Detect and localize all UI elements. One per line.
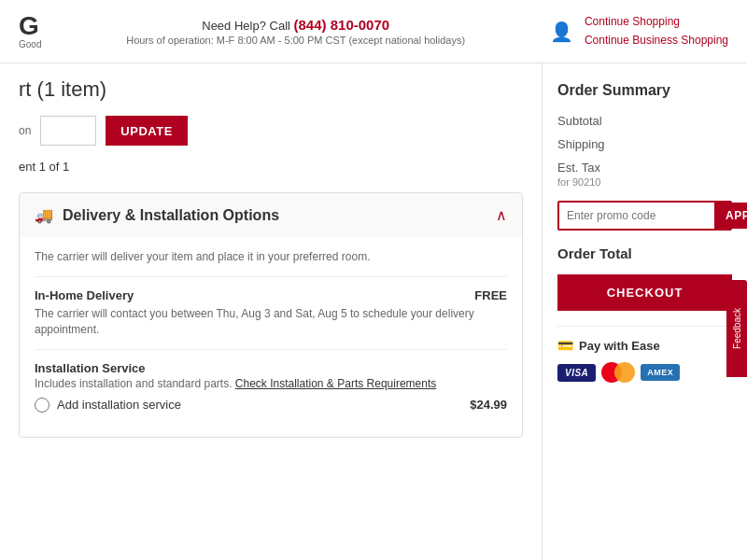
page-content: rt (1 item) on UPDATE ent 1 of 1 🚚 Deliv…	[0, 63, 747, 560]
pay-ease-section: 💳 Pay with Ease VISA AMEX	[557, 326, 732, 383]
quantity-input[interactable]	[40, 116, 96, 146]
header-center: Need Help? Call (844) 810-0070 Hours of …	[41, 17, 549, 46]
delivery-section: 🚚 Delivery & Installation Options ∧ The …	[19, 192, 523, 438]
item-count: ent 1 of 1	[19, 160, 523, 174]
continue-shopping-link[interactable]: Continue Shopping	[585, 13, 728, 31]
feedback-label: Feedback	[732, 308, 742, 349]
right-column: Order Summary Subtotal Shipping Est. Tax…	[542, 63, 747, 560]
help-prefix: Need Help? Call	[202, 19, 293, 33]
delivery-title: Delivery & Installation Options	[63, 207, 279, 224]
add-installation-radio[interactable]	[35, 398, 49, 413]
truck-icon: 🚚	[35, 206, 53, 224]
order-total-title: Order Total	[557, 245, 732, 261]
add-installation-text: Add installation service	[57, 398, 181, 412]
collapse-icon[interactable]: ∧	[496, 206, 507, 224]
user-icon: 👤	[550, 21, 573, 43]
qty-label: on	[19, 124, 31, 137]
delivery-title-row: 🚚 Delivery & Installation Options	[35, 206, 279, 224]
order-summary-title: Order Summary	[557, 82, 732, 99]
add-installation-price: $24.99	[470, 398, 507, 412]
add-installation-label[interactable]: Add installation service	[35, 398, 181, 413]
in-home-header: In-Home Delivery FREE	[35, 288, 507, 302]
update-button[interactable]: UPDATE	[106, 116, 187, 146]
installation-title: Installation Service	[35, 361, 507, 375]
continue-business-link[interactable]: Continue Business Shopping	[585, 32, 728, 49]
checkout-button[interactable]: CHECKOUT	[557, 274, 732, 311]
installation-option: Installation Service Includes installati…	[35, 349, 507, 424]
installation-desc-text: Includes installation and standard parts…	[35, 377, 232, 390]
tax-row: Est. Tax	[557, 161, 732, 175]
mc-circle-orange	[614, 362, 635, 383]
amex-logo: AMEX	[641, 364, 680, 381]
logo-sub: Good	[19, 39, 41, 49]
quantity-row: on UPDATE	[19, 116, 523, 146]
installation-desc: Includes installation and standard parts…	[35, 377, 507, 390]
delivery-description: The carrier will deliver your item and p…	[35, 250, 507, 263]
header: G Good Need Help? Call (844) 810-0070 Ho…	[0, 0, 747, 63]
help-text: Need Help? Call (844) 810-0070	[41, 17, 549, 33]
hours-text: Hours of operation: M-F 8:00 AM - 5:00 P…	[41, 35, 549, 46]
header-right: 👤 Continue Shopping Continue Business Sh…	[550, 13, 728, 49]
pay-ease-label: Pay with Ease	[579, 339, 660, 353]
delivery-header: 🚚 Delivery & Installation Options ∧	[20, 193, 522, 237]
subtotal-row: Subtotal	[557, 114, 732, 128]
promo-row: APPLY	[557, 201, 732, 231]
cart-title: rt (1 item)	[19, 77, 523, 102]
subtotal-label: Subtotal	[557, 114, 602, 128]
in-home-desc: The carrier will contact you between Thu…	[35, 306, 507, 338]
pay-ease-title: 💳 Pay with Ease	[557, 338, 732, 353]
in-home-title: In-Home Delivery	[35, 288, 134, 302]
logo-area: G Good	[19, 13, 41, 49]
feedback-tab[interactable]: Feedback	[726, 280, 747, 377]
installation-link[interactable]: Check Installation & Parts Requirements	[235, 377, 436, 390]
visa-logo: VISA	[557, 364, 596, 382]
header-links: Continue Shopping Continue Business Shop…	[585, 13, 728, 49]
logo-letter: G	[19, 13, 39, 39]
shipping-label: Shipping	[557, 137, 605, 151]
apply-button[interactable]: APPLY	[714, 203, 747, 229]
left-column: rt (1 item) on UPDATE ent 1 of 1 🚚 Deliv…	[0, 63, 542, 560]
card-icon: 💳	[557, 338, 573, 353]
in-home-delivery-option: In-Home Delivery FREE The carrier will c…	[35, 276, 507, 349]
mastercard-logo	[601, 362, 635, 383]
promo-input[interactable]	[559, 203, 714, 229]
delivery-body: The carrier will deliver your item and p…	[20, 237, 522, 437]
tax-label: Est. Tax	[557, 161, 600, 175]
shipping-row: Shipping	[557, 137, 732, 151]
add-installation-row: Add installation service $24.99	[35, 398, 507, 413]
in-home-price: FREE	[474, 288, 507, 302]
help-phone: (844) 810-0070	[294, 17, 390, 33]
tax-note: for 90210	[557, 176, 732, 188]
payment-logos: VISA AMEX	[557, 362, 732, 383]
